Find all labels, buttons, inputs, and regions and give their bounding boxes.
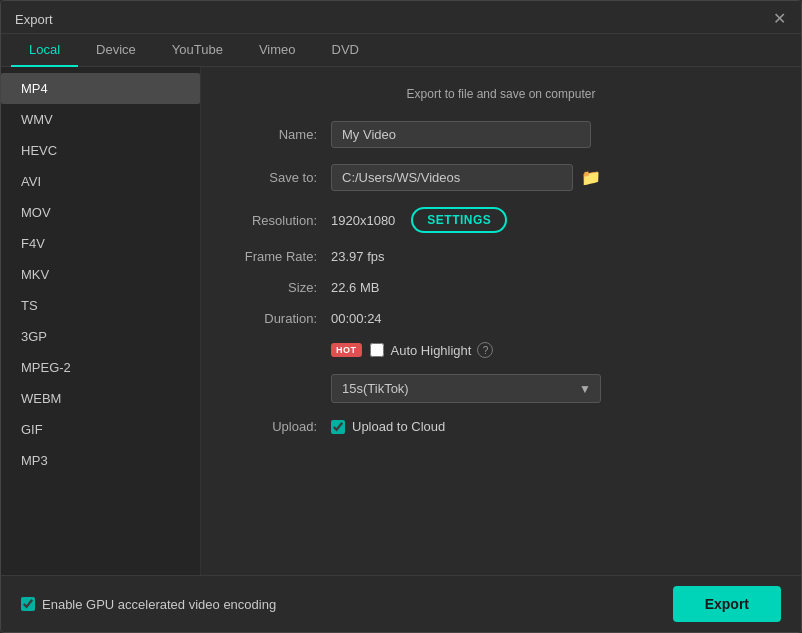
sidebar-item-hevc[interactable]: HEVC (1, 135, 200, 166)
export-window: Export ✕ Local Device YouTube Vimeo DVD … (0, 0, 802, 633)
tiktok-dropdown[interactable]: 15s(TikTok) 30s 60s (331, 374, 601, 403)
window-title: Export (15, 12, 53, 27)
frame-rate-label: Frame Rate: (231, 249, 331, 264)
name-input[interactable] (331, 121, 591, 148)
upload-row: Upload: Upload to Cloud (231, 419, 771, 434)
tab-local[interactable]: Local (11, 34, 78, 67)
export-button[interactable]: Export (673, 586, 781, 622)
tiktok-dropdown-wrapper: 15s(TikTok) 30s 60s ▼ (331, 374, 601, 403)
sidebar-item-mp4[interactable]: MP4 (1, 73, 200, 104)
sidebar-item-mkv[interactable]: MKV (1, 259, 200, 290)
sidebar-item-wmv[interactable]: WMV (1, 104, 200, 135)
sidebar-item-ts[interactable]: TS (1, 290, 200, 321)
tab-dvd[interactable]: DVD (314, 34, 377, 67)
frame-rate-row: Frame Rate: 23.97 fps (231, 249, 771, 264)
upload-cloud-checkbox[interactable] (331, 420, 345, 434)
save-to-label: Save to: (231, 170, 331, 185)
settings-button[interactable]: SETTINGS (411, 207, 507, 233)
help-icon[interactable]: ? (477, 342, 493, 358)
sidebar-item-avi[interactable]: AVI (1, 166, 200, 197)
auto-highlight-row: HOT Auto Highlight ? (231, 342, 771, 358)
sidebar-item-mpeg2[interactable]: MPEG-2 (1, 352, 200, 383)
tab-bar: Local Device YouTube Vimeo DVD (1, 34, 801, 67)
sidebar-item-3gp[interactable]: 3GP (1, 321, 200, 352)
folder-icon[interactable]: 📁 (581, 168, 601, 187)
tab-youtube[interactable]: YouTube (154, 34, 241, 67)
auto-highlight-checkbox[interactable] (370, 343, 384, 357)
size-row: Size: 22.6 MB (231, 280, 771, 295)
upload-cloud-label[interactable]: Upload to Cloud (331, 419, 445, 434)
save-to-row: Save to: 📁 (231, 164, 771, 191)
size-label: Size: (231, 280, 331, 295)
frame-rate-value: 23.97 fps (331, 249, 385, 264)
auto-highlight-text: Auto Highlight (391, 343, 472, 358)
close-button[interactable]: ✕ (771, 11, 787, 27)
auto-highlight-label[interactable]: Auto Highlight (370, 343, 472, 358)
resolution-value-wrapper: 1920x1080 SETTINGS (331, 207, 507, 233)
name-label: Name: (231, 127, 331, 142)
sidebar-item-webm[interactable]: WEBM (1, 383, 200, 414)
tab-vimeo[interactable]: Vimeo (241, 34, 314, 67)
main-panel: Export to file and save on computer Name… (201, 67, 801, 575)
save-to-input[interactable] (331, 164, 573, 191)
highlight-row: HOT Auto Highlight ? (331, 342, 493, 358)
gpu-label[interactable]: Enable GPU accelerated video encoding (21, 597, 276, 612)
tab-device[interactable]: Device (78, 34, 154, 67)
tiktok-row: 15s(TikTok) 30s 60s ▼ (231, 374, 771, 403)
hot-badge: HOT (331, 343, 362, 357)
resolution-row: Resolution: 1920x1080 SETTINGS (231, 207, 771, 233)
title-bar-left: Export (15, 12, 53, 27)
resolution-label: Resolution: (231, 213, 331, 228)
upload-cloud-text: Upload to Cloud (352, 419, 445, 434)
title-bar: Export ✕ (1, 1, 801, 34)
export-subtitle: Export to file and save on computer (231, 87, 771, 101)
format-sidebar: MP4 WMV HEVC AVI MOV F4V MKV TS 3GP MPEG… (1, 67, 201, 575)
content-area: MP4 WMV HEVC AVI MOV F4V MKV TS 3GP MPEG… (1, 67, 801, 575)
resolution-value: 1920x1080 (331, 213, 395, 228)
sidebar-item-mov[interactable]: MOV (1, 197, 200, 228)
gpu-checkbox[interactable] (21, 597, 35, 611)
duration-value: 00:00:24 (331, 311, 382, 326)
duration-row: Duration: 00:00:24 (231, 311, 771, 326)
sidebar-item-gif[interactable]: GIF (1, 414, 200, 445)
gpu-label-text: Enable GPU accelerated video encoding (42, 597, 276, 612)
size-value: 22.6 MB (331, 280, 379, 295)
save-to-wrapper: 📁 (331, 164, 601, 191)
sidebar-item-mp3[interactable]: MP3 (1, 445, 200, 476)
name-row: Name: (231, 121, 771, 148)
upload-label: Upload: (231, 419, 331, 434)
duration-label: Duration: (231, 311, 331, 326)
sidebar-item-f4v[interactable]: F4V (1, 228, 200, 259)
bottom-bar: Enable GPU accelerated video encoding Ex… (1, 575, 801, 632)
